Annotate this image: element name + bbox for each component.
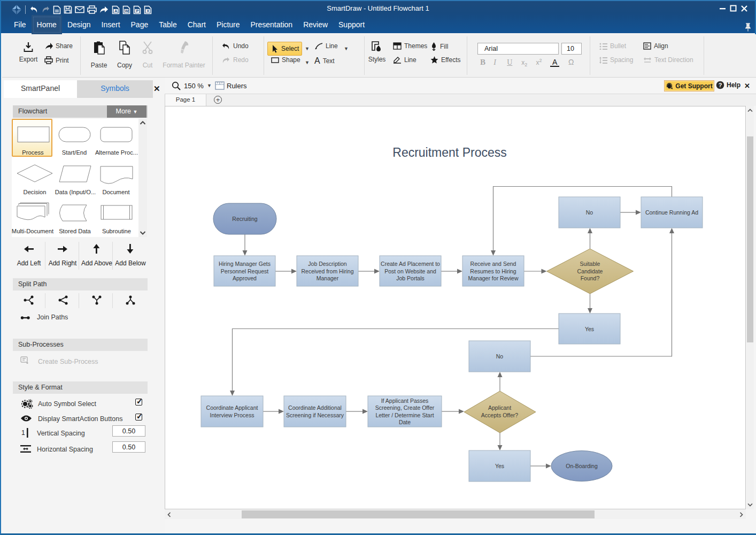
svg-text:Receive and SendResumes to Hir: Receive and SendResumes to HiringManager…: [468, 261, 519, 281]
svg-text:Yes: Yes: [495, 463, 504, 469]
svg-text:Process: Process: [22, 149, 44, 156]
svg-text:Continue Running Ad: Continue Running Ad: [645, 209, 698, 216]
svg-text:Data (Input/O...: Data (Input/O...: [55, 189, 96, 195]
svg-text:Coordinate ApplicantInterview: Coordinate ApplicantInterview Process: [206, 404, 258, 418]
svg-text:Coordinate AdditionalScreening: Coordinate AdditionalScreening if Necess…: [286, 404, 344, 418]
svg-text:No: No: [496, 353, 504, 360]
svg-text:Alternate Proc...: Alternate Proc...: [95, 149, 138, 156]
svg-text:Subroutine: Subroutine: [102, 228, 131, 234]
svg-text:SuitableCandidateFound?: SuitableCandidateFound?: [577, 261, 603, 281]
svg-text:Document: Document: [103, 189, 130, 195]
svg-text:Multi-Document: Multi-Document: [12, 228, 54, 234]
svg-text:Recruiting: Recruiting: [232, 216, 257, 222]
svg-text:Decision: Decision: [24, 189, 47, 195]
svg-text:Stored Data: Stored Data: [59, 228, 91, 234]
svg-text:Yes: Yes: [585, 326, 594, 332]
svg-text:1: 1: [21, 429, 25, 437]
svg-text:Start/End: Start/End: [62, 149, 87, 156]
svg-text:Recruitment Process: Recruitment Process: [392, 146, 506, 159]
svg-text:On-Boarding: On-Boarding: [566, 463, 598, 469]
svg-text:No: No: [586, 209, 593, 216]
svg-text:?: ?: [719, 82, 722, 88]
